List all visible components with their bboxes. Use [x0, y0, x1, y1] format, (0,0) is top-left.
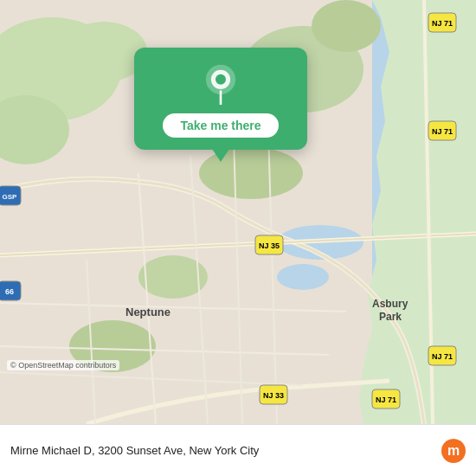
popup-card: Take me there — [134, 48, 307, 150]
svg-text:66: 66 — [5, 287, 14, 296]
svg-point-43 — [215, 74, 226, 85]
bottom-bar: Mirne Michael D, 3200 Sunset Ave, New Yo… — [0, 424, 476, 476]
map-container: NJ 71 NJ 71 NJ 71 NJ 35 NJ 33 GSP 66 NJ … — [0, 0, 476, 424]
svg-text:NJ 71: NJ 71 — [376, 396, 396, 404]
svg-text:GSP: GSP — [3, 193, 18, 201]
svg-point-12 — [277, 264, 329, 290]
svg-text:NJ 71: NJ 71 — [432, 127, 453, 136]
svg-text:Asbury: Asbury — [372, 298, 408, 310]
svg-text:NJ 71: NJ 71 — [432, 19, 453, 28]
svg-point-7 — [312, 0, 381, 52]
location-pin-icon — [200, 63, 241, 105]
svg-text:NJ 33: NJ 33 — [263, 391, 284, 400]
moovit-logo: m — [441, 439, 466, 463]
svg-text:NJ 35: NJ 35 — [259, 241, 280, 250]
take-me-there-button[interactable]: Take me there — [163, 113, 278, 138]
address-text: Mirne Michael D, 3200 Sunset Ave, New Yo… — [10, 444, 466, 457]
svg-text:Neptune: Neptune — [125, 306, 170, 318]
osm-credit: © OpenStreetMap contributors — [7, 360, 119, 370]
moovit-icon: m — [441, 439, 466, 463]
svg-text:NJ 71: NJ 71 — [432, 352, 453, 361]
svg-text:Park: Park — [379, 311, 402, 323]
